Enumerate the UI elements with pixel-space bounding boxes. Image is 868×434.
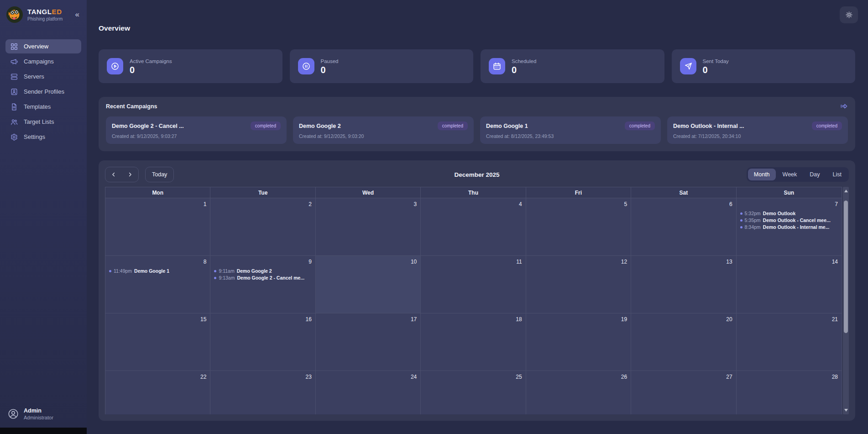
sidebar-nav: OverviewCampaignsServersSender ProfilesT… [0, 39, 87, 145]
campaign-card[interactable]: Demo Google 2completedCreated at: 9/12/2… [293, 116, 474, 144]
user-panel[interactable]: Admin Administrator [0, 401, 87, 428]
app-logo [6, 6, 23, 23]
send-badge [680, 58, 696, 74]
day-cell-20[interactable]: 20 [631, 313, 736, 371]
user-name: Admin [24, 408, 53, 414]
day-number: 12 [530, 259, 627, 265]
day-cell-17[interactable]: 17 [316, 313, 421, 371]
day-cell-1[interactable]: 1 [105, 198, 210, 256]
view-button-month[interactable]: Month [748, 169, 776, 180]
day-cell-23[interactable]: 23 [210, 371, 315, 414]
day-number: 8 [109, 259, 206, 265]
go-to-campaigns-icon[interactable] [840, 102, 848, 111]
stat-label: Scheduled [512, 58, 536, 64]
day-cell-27[interactable]: 27 [631, 371, 736, 414]
server-icon [10, 73, 18, 81]
page-title: Overview [99, 24, 855, 32]
calendar-grid: MonTueWedThuFriSatSun12345675:32pmDemo O… [105, 187, 842, 414]
users-icon [10, 118, 18, 126]
campaign-name: Demo Google 1 [486, 123, 528, 129]
day-cell-13[interactable]: 13 [631, 256, 736, 313]
stat-value: 0 [321, 65, 339, 74]
day-cell-24[interactable]: 24 [316, 371, 421, 414]
day-cell-18[interactable]: 18 [421, 313, 526, 371]
recent-campaigns-section: Recent Campaigns Demo Google 2 - Cancel … [99, 97, 855, 151]
day-of-week-header: Sat [631, 187, 736, 198]
stat-text: Paused0 [321, 58, 339, 74]
calendar-event[interactable]: 11:49pmDemo Google 1 [109, 268, 206, 274]
play-circle-badge [107, 58, 123, 74]
sidebar-item-servers[interactable]: Servers [5, 69, 81, 84]
view-button-list[interactable]: List [827, 169, 847, 180]
campaign-card[interactable]: Demo Google 2 - Cancel ...completedCreat… [106, 116, 287, 144]
scrollbar-down-arrow[interactable] [843, 407, 849, 413]
day-cell-7[interactable]: 75:32pmDemo Outlook5:35pmDemo Outlook - … [737, 198, 842, 256]
day-cell-28[interactable]: 28 [737, 371, 842, 414]
sidebar-item-label: Overview [24, 43, 48, 50]
day-cell-12[interactable]: 12 [526, 256, 631, 313]
calendar-event[interactable]: 9:13amDemo Google 2 - Cancel me... [214, 275, 311, 281]
view-button-week[interactable]: Week [777, 169, 803, 180]
stat-card-scheduled: Scheduled0 [481, 49, 664, 83]
sidebar-item-overview[interactable]: Overview [5, 39, 81, 53]
calendar-event[interactable]: 5:35pmDemo Outlook - Cancel mee... [740, 217, 838, 223]
day-cell-5[interactable]: 5 [526, 198, 631, 256]
grid-icon [10, 42, 18, 51]
calendar-view-switcher: MonthWeekDayList [747, 167, 849, 182]
calendar-prev-button[interactable] [105, 167, 122, 182]
calendar-event[interactable]: 8:34pmDemo Outlook - Internal me... [740, 224, 838, 230]
event-title: Demo Outlook [763, 211, 796, 216]
day-cell-6[interactable]: 6 [631, 198, 736, 256]
campaign-card[interactable]: Demo Google 1completedCreated at: 8/12/2… [480, 116, 661, 144]
sidebar-item-settings[interactable]: Settings [5, 130, 81, 144]
day-number: 2 [214, 201, 311, 207]
calendar-event[interactable]: 5:32pmDemo Outlook [740, 211, 838, 216]
campaign-name: Demo Google 2 [299, 123, 341, 129]
pause-circle-icon [302, 62, 311, 71]
day-cell-9[interactable]: 99:11amDemo Google 29:13amDemo Google 2 … [210, 256, 315, 313]
theme-toggle-button[interactable] [840, 6, 858, 23]
campaign-created-at: Created at: 7/12/2025, 20:34:10 [673, 133, 842, 139]
day-cell-21[interactable]: 21 [737, 313, 842, 371]
scrollbar-up-arrow[interactable] [843, 188, 849, 194]
day-cell-19[interactable]: 19 [526, 313, 631, 371]
day-cell-25[interactable]: 25 [421, 371, 526, 414]
day-cell-14[interactable]: 14 [737, 256, 842, 313]
campaign-card[interactable]: Demo Outlook - Internal ...completedCrea… [667, 116, 848, 144]
stat-card-paused: Paused0 [290, 49, 474, 83]
day-cell-15[interactable]: 15 [105, 313, 210, 371]
day-number: 28 [740, 374, 838, 380]
day-cell-8[interactable]: 811:49pmDemo Google 1 [105, 256, 210, 313]
view-button-day[interactable]: Day [804, 169, 826, 180]
sidebar-item-label: Target Lists [24, 118, 54, 125]
calendar-next-button[interactable] [122, 167, 138, 182]
calendar-event[interactable]: 9:11amDemo Google 2 [214, 268, 311, 274]
status-badge: completed [251, 122, 281, 130]
day-cell-10[interactable]: 10 [316, 256, 421, 313]
sidebar-item-sender-profiles[interactable]: Sender Profiles [5, 85, 81, 99]
stat-label: Sent Today [703, 58, 729, 64]
campaign-created-at: Created at: 9/12/2025, 9:03:27 [112, 133, 281, 139]
sidebar-item-templates[interactable]: Templates [5, 100, 81, 114]
day-cell-4[interactable]: 4 [421, 198, 526, 256]
day-number: 16 [214, 316, 311, 323]
day-cell-11[interactable]: 11 [421, 256, 526, 313]
day-cell-2[interactable]: 2 [210, 198, 315, 256]
scrollbar-thumb[interactable] [844, 201, 848, 333]
stat-value: 0 [512, 65, 536, 74]
day-number: 17 [319, 316, 417, 323]
play-circle-icon [110, 62, 120, 71]
day-cell-22[interactable]: 22 [105, 371, 210, 414]
today-button[interactable]: Today [145, 167, 174, 182]
sidebar-item-target-lists[interactable]: Target Lists [5, 115, 81, 129]
day-number: 15 [109, 316, 206, 323]
day-cell-3[interactable]: 3 [316, 198, 421, 256]
sidebar-collapse-button[interactable]: « [73, 9, 82, 20]
calendar-scrollbar[interactable] [843, 187, 849, 414]
day-cell-26[interactable]: 26 [526, 371, 631, 414]
calendar-section: Today December 2025 MonthWeekDayList Mon… [99, 160, 855, 421]
day-number: 21 [740, 316, 838, 323]
stats-row: Active Campaigns0Paused0Scheduled0Sent T… [99, 49, 855, 83]
sidebar-item-campaigns[interactable]: Campaigns [5, 54, 81, 69]
day-cell-16[interactable]: 16 [210, 313, 315, 371]
